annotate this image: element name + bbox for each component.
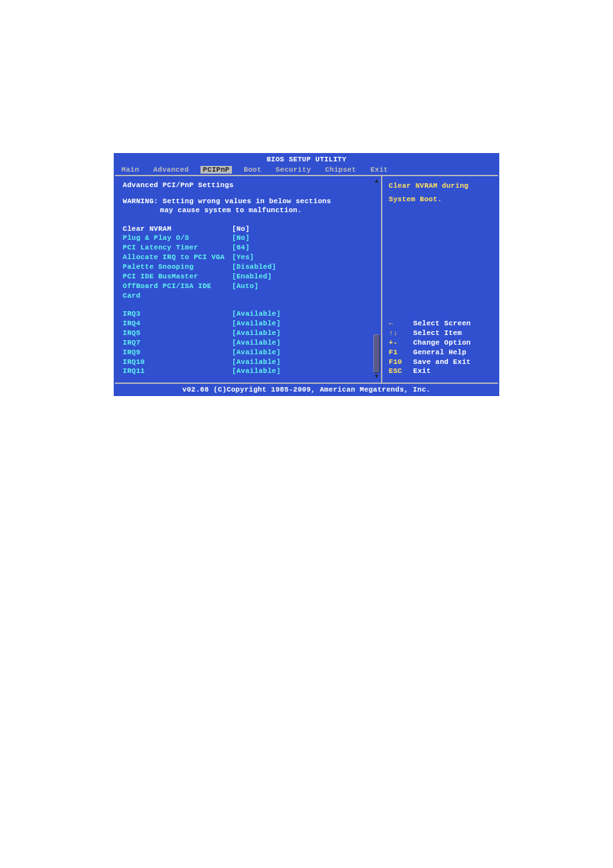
setting-irq10[interactable]: IRQ10 [Available] <box>123 357 377 367</box>
spacer <box>389 208 493 320</box>
setting-label: Clear NVRAM <box>123 224 232 234</box>
key-desc: General Help <box>413 348 466 357</box>
setting-offboard-ide[interactable]: OffBoard PCI/ISA IDE Card [Auto] <box>123 282 377 301</box>
setting-value: [Available] <box>232 319 281 329</box>
setting-label: IRQ5 <box>123 329 232 338</box>
key-updown-icon: ↑↓ <box>389 329 413 338</box>
help-line2: System Boot. <box>389 195 493 204</box>
key-f10: F10 <box>389 357 413 367</box>
setting-value: [64] <box>232 243 250 253</box>
setting-irq3[interactable]: IRQ3 [Available] <box>123 309 377 319</box>
key-general-help: F1 General Help <box>389 348 493 357</box>
setting-value: [Available] <box>232 348 281 357</box>
warning-line2: may cause system to malfunction. <box>123 206 377 215</box>
key-arrow-icon: ← <box>389 319 413 329</box>
setting-palette-snooping[interactable]: Palette Snooping [Disabled] <box>123 262 377 272</box>
warning-line1: WARNING: Setting wrong values in below s… <box>123 197 377 206</box>
menu-security[interactable]: Security <box>276 166 311 174</box>
menu-main[interactable]: Main <box>121 166 139 174</box>
key-desc: Select Screen <box>413 319 471 329</box>
key-save-exit: F10 Save and Exit <box>389 357 493 367</box>
warning-text: WARNING: Setting wrong values in below s… <box>123 197 377 215</box>
setting-label: Allocate IRQ to PCI VGA <box>123 253 232 262</box>
scroll-down-icon[interactable]: ▼ <box>375 374 378 380</box>
menu-exit[interactable]: Exit <box>370 166 388 174</box>
setting-label: IRQ9 <box>123 348 232 357</box>
menu-advanced[interactable]: Advanced <box>154 166 189 174</box>
setting-label: OffBoard PCI/ISA IDE Card <box>123 282 232 301</box>
setting-value: [No] <box>232 224 250 234</box>
setting-pci-latency[interactable]: PCI Latency Timer [64] <box>123 243 377 253</box>
setting-irq4[interactable]: IRQ4 [Available] <box>123 319 377 329</box>
scrollbar[interactable]: ▲ ▼ <box>372 176 381 383</box>
setting-plug-and-play[interactable]: Plug & Play O/S [No] <box>123 233 377 243</box>
setting-irq9[interactable]: IRQ9 [Available] <box>123 348 377 357</box>
key-desc: Change Option <box>413 338 471 348</box>
footer-copyright: v02.68 (C)Copyright 1985-2009, American … <box>115 383 498 395</box>
key-change-option: +- Change Option <box>389 338 493 348</box>
setting-irq5[interactable]: IRQ5 [Available] <box>123 329 377 338</box>
setting-value: [No] <box>232 233 250 243</box>
setting-value: [Auto] <box>232 282 258 301</box>
key-exit: ESC Exit <box>389 366 493 376</box>
help-pane: Clear NVRAM during System Boot. ← Select… <box>382 176 498 383</box>
setting-label: PCI IDE BusMaster <box>123 272 232 282</box>
setting-value: [Enabled] <box>232 272 272 282</box>
setting-irq7[interactable]: IRQ7 [Available] <box>123 338 377 348</box>
setting-allocate-irq-vga[interactable]: Allocate IRQ to PCI VGA [Yes] <box>123 253 377 262</box>
setting-label: PCI Latency Timer <box>123 243 232 253</box>
setting-value: [Available] <box>232 309 281 319</box>
setting-value: [Available] <box>232 366 281 376</box>
setting-irq11[interactable]: IRQ11 [Available] <box>123 366 377 376</box>
setting-clear-nvram[interactable]: Clear NVRAM [No] <box>123 224 377 234</box>
scroll-track[interactable] <box>373 186 380 373</box>
scroll-thumb[interactable] <box>373 334 380 373</box>
key-desc: Select Item <box>413 329 462 338</box>
menu-bar[interactable]: Main Advanced PCIPnP Boot Security Chips… <box>115 165 498 175</box>
setting-value: [Available] <box>232 329 281 338</box>
key-desc: Save and Exit <box>413 357 471 367</box>
key-select-item: ↑↓ Select Item <box>389 329 493 338</box>
menu-pcipnp[interactable]: PCIPnP <box>200 166 232 174</box>
setting-label: IRQ3 <box>123 309 232 319</box>
footer-text: v02.68 (C)Copyright 1985-2009, American … <box>182 386 431 393</box>
setting-value: [Disabled] <box>232 262 276 272</box>
scroll-up-icon[interactable]: ▲ <box>375 179 378 185</box>
setting-value: [Available] <box>232 357 281 367</box>
help-line1: Clear NVRAM during <box>389 181 493 191</box>
key-plusminus-icon: +- <box>389 338 413 348</box>
setting-value: [Yes] <box>232 253 254 262</box>
spacer <box>123 300 377 309</box>
bios-window: BIOS SETUP UTILITY Main Advanced PCIPnP … <box>114 153 499 396</box>
title-text: BIOS SETUP UTILITY <box>267 156 346 163</box>
setting-label: IRQ4 <box>123 319 232 329</box>
setting-label: Palette Snooping <box>123 262 232 272</box>
key-desc: Exit <box>413 366 431 376</box>
content-area: Advanced PCI/PnP Settings WARNING: Setti… <box>115 175 498 383</box>
menu-boot[interactable]: Boot <box>244 166 262 174</box>
left-pane: Advanced PCI/PnP Settings WARNING: Setti… <box>115 176 382 383</box>
menu-chipset[interactable]: Chipset <box>325 166 356 174</box>
key-f1: F1 <box>389 348 413 357</box>
title-bar: BIOS SETUP UTILITY <box>115 154 498 165</box>
setting-label: IRQ7 <box>123 338 232 348</box>
key-esc: ESC <box>389 366 413 376</box>
setting-pci-ide-busmaster[interactable]: PCI IDE BusMaster [Enabled] <box>123 272 377 282</box>
setting-label: Plug & Play O/S <box>123 233 232 243</box>
setting-label: IRQ10 <box>123 357 232 367</box>
setting-value: [Available] <box>232 338 281 348</box>
setting-label: IRQ11 <box>123 366 232 376</box>
section-heading: Advanced PCI/PnP Settings <box>123 181 377 189</box>
key-select-screen: ← Select Screen <box>389 319 493 329</box>
